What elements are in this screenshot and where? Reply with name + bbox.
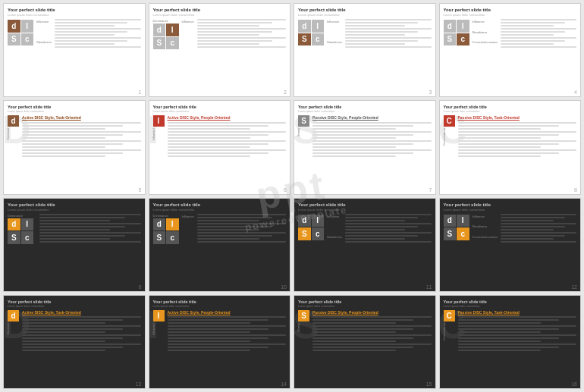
slide-number-6: 6	[284, 187, 287, 193]
slide-5[interactable]: Your perfect slide title Lorem ipsum dol…	[3, 100, 146, 194]
slide-title-3: Your perfect slide title	[298, 8, 432, 12]
slide-heading-7: Passive DISC Style, People-Oriented	[312, 115, 432, 121]
slide-title-4: Your perfect slide title	[444, 8, 577, 12]
slide-16[interactable]: Your perfect slide title Lorem ipsum dol…	[439, 295, 582, 389]
slide-2[interactable]: Your perfect slide title Lorem ipsum dol…	[149, 3, 291, 97]
slide-title-6: Your perfect slide title	[153, 105, 287, 109]
slide-heading-13: Active DISC Style, Task-Oriented	[22, 310, 141, 315]
slide-number-4: 4	[574, 89, 577, 95]
slide-6[interactable]: Your perfect slide title Lorem ipsum dol…	[149, 100, 291, 194]
slide-heading-5: Active DISC Style, Task-Oriented	[22, 115, 141, 121]
slide-13[interactable]: Your perfect slide title Lorem ipsum dol…	[3, 295, 146, 389]
slide-3[interactable]: Your perfect slide title Lorem ipsum dol…	[294, 3, 436, 97]
slide-12[interactable]: Your perfect slide title Lorem ipsum dol…	[439, 198, 582, 292]
slide-grid: Your perfect slide title Lorem ipsum dol…	[0, 0, 584, 392]
slide-heading-6: Active DISC Style, People-Oriented	[168, 115, 287, 121]
slide-number-12: 12	[571, 284, 577, 290]
slide-title-11: Your perfect slide title	[298, 202, 432, 207]
slide-14[interactable]: Your perfect slide title Lorem ipsum dol…	[149, 295, 291, 389]
slide-8[interactable]: Your perfect slide title Lorem ipsum dol…	[439, 100, 582, 194]
slide-9[interactable]: Your perfect slide title Lorem ipsum dol…	[3, 198, 146, 292]
slide-heading-8: Passive DISC Style, Task-Oriented	[458, 115, 577, 121]
slide-number-11: 11	[426, 284, 432, 290]
slide-7[interactable]: Your perfect slide title Lorem ipsum dol…	[294, 100, 436, 194]
slide-title-14: Your perfect slide title	[153, 299, 287, 304]
slide-10[interactable]: Your perfect slide title Lorem ipsum dol…	[149, 198, 291, 292]
slide-number-13: 13	[136, 381, 142, 387]
slide-number-5: 5	[139, 187, 142, 193]
slide-title-12: Your perfect slide title	[444, 202, 577, 207]
slide-heading-16: Passive DISC Style, Task-Oriented	[458, 310, 577, 315]
slide-number-3: 3	[429, 89, 432, 95]
slide-1[interactable]: Your perfect slide title Lorem ipsum dol…	[3, 3, 146, 97]
slide-heading-14: Active DISC Style, People-Oriented	[168, 310, 287, 315]
slide-number-8: 8	[574, 187, 577, 193]
slide-number-14: 14	[281, 381, 287, 387]
slide-number-1: 1	[139, 89, 142, 95]
slide-number-15: 15	[426, 381, 432, 387]
slide-heading-15: Passive DISC Style, People-Oriented	[312, 310, 432, 315]
slide-title-9: Your perfect slide title	[8, 202, 141, 207]
slide-4[interactable]: Your perfect slide title Lorem ipsum dol…	[439, 3, 582, 97]
slide-11[interactable]: Your perfect slide title Lorem ipsum dol…	[294, 198, 436, 292]
slide-number-16: 16	[571, 381, 577, 387]
slide-number-10: 10	[281, 284, 287, 290]
slide-title-2: Your perfect slide title	[153, 8, 287, 12]
slide-15[interactable]: Your perfect slide title Lorem ipsum dol…	[294, 295, 436, 389]
slide-number-7: 7	[429, 187, 432, 193]
slide-title-10: Your perfect slide title	[153, 202, 287, 207]
slide-number-2: 2	[284, 89, 287, 95]
slide-number-9: 9	[139, 284, 142, 290]
slide-title-1: Your perfect slide title	[8, 8, 141, 12]
